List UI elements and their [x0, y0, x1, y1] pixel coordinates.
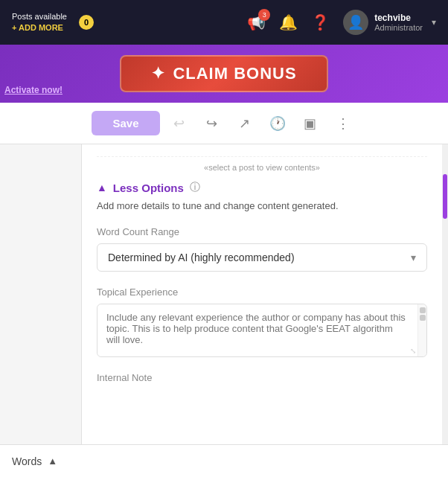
megaphone-icon-wrap[interactable]: 📢 3	[247, 13, 266, 31]
redo-button[interactable]: ↪	[199, 110, 225, 137]
header-icons: 📢 3 🔔 ❓ 👤 techvibe Administrator ▾	[247, 10, 436, 35]
breadcrumb-hint: «select a post to view contents»	[97, 156, 427, 172]
sparkle-icon: ✦	[151, 64, 165, 83]
bell-icon: 🔔	[279, 14, 298, 31]
scroll-down-button[interactable]	[420, 315, 426, 321]
chevron-down-icon: ▾	[411, 252, 416, 263]
content-panel: «select a post to view contents» ▲ Less …	[82, 144, 442, 477]
help-icon: ❓	[311, 14, 330, 31]
topical-textarea[interactable]	[97, 304, 417, 356]
avatar: 👤	[343, 10, 368, 35]
posts-label: Posts available	[12, 11, 67, 22]
right-scrollbar[interactable]	[442, 144, 448, 477]
internal-note-label: Internal Note	[97, 372, 427, 383]
claim-bonus-button[interactable]: ✦ CLAIM BONUS	[120, 55, 327, 92]
topical-label: Topical Experience	[97, 286, 427, 298]
topical-experience-section: Topical Experience ⤡	[97, 286, 427, 357]
undo-button[interactable]: ↩	[166, 110, 193, 137]
words-label: Words	[12, 455, 42, 467]
user-role: Administrator	[374, 23, 423, 32]
export-button[interactable]: ↗	[231, 110, 258, 137]
posts-count-badge: 0	[79, 15, 94, 30]
help-icon-wrap[interactable]: ❓	[311, 13, 330, 31]
claim-bonus-label: CLAIM BONUS	[173, 64, 296, 83]
banner: Activate now! ✦ CLAIM BONUS	[0, 45, 448, 103]
section-description: Add more details to tune and change cont…	[97, 200, 427, 211]
info-icon[interactable]: ⓘ	[190, 181, 200, 194]
posts-available-section: Posts available + ADD MORE	[12, 11, 67, 34]
chevron-down-icon: ▾	[432, 17, 436, 28]
word-count-section: Word Count Range Determined by AI (highl…	[97, 226, 427, 272]
bottom-bar: Words ▲	[0, 444, 448, 477]
megaphone-badge: 3	[258, 9, 270, 21]
activate-now-link[interactable]: Activate now!	[0, 85, 63, 95]
user-info: techvibe Administrator	[374, 13, 423, 32]
topical-textarea-wrap: ⤡	[97, 304, 427, 357]
user-section[interactable]: 👤 techvibe Administrator ▾	[343, 10, 436, 35]
resize-handle[interactable]: ⤡	[410, 347, 416, 355]
layout-button[interactable]: ▣	[297, 110, 324, 137]
main-layout: «select a post to view contents» ▲ Less …	[0, 144, 448, 477]
word-count-label: Word Count Range	[97, 226, 427, 237]
scrollbar-thumb[interactable]	[443, 174, 447, 219]
less-options-header: ▲ Less Options ⓘ	[97, 181, 427, 194]
more-options-button[interactable]: ⋮	[330, 110, 356, 137]
left-panel	[0, 144, 82, 477]
save-button[interactable]: Save	[92, 111, 159, 135]
header: Posts available + ADD MORE 0 📢 3 🔔 ❓ 👤 t…	[0, 0, 448, 45]
word-count-dropdown[interactable]: Determined by AI (highly recommended) ▾	[97, 243, 427, 272]
less-options-toggle[interactable]: ▲	[97, 182, 107, 193]
less-options-title: Less Options	[113, 182, 184, 194]
add-more-link[interactable]: + ADD MORE	[12, 22, 67, 33]
history-button[interactable]: 🕐	[264, 110, 291, 137]
bell-icon-wrap[interactable]: 🔔	[279, 13, 298, 31]
scroll-up-button[interactable]	[420, 307, 426, 313]
user-name: techvibe	[374, 13, 423, 23]
internal-note-section: Internal Note	[97, 372, 427, 383]
chevron-up-icon[interactable]: ▲	[48, 455, 57, 467]
toolbar: Save ↩ ↪ ↗ 🕐 ▣ ⋮	[0, 103, 448, 144]
word-count-value: Determined by AI (highly recommended)	[108, 252, 295, 263]
textarea-scrollbar	[417, 304, 426, 356]
